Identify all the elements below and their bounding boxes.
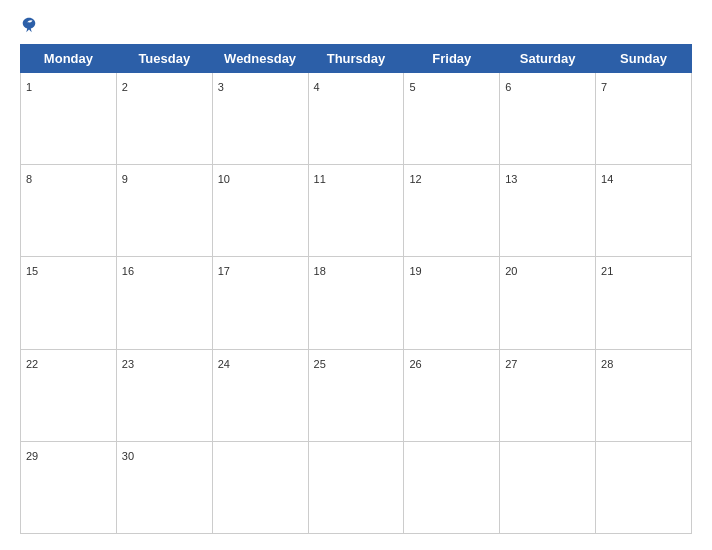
table-row: 15 <box>21 257 117 349</box>
day-number: 17 <box>218 265 230 277</box>
day-number: 27 <box>505 358 517 370</box>
table-row <box>212 441 308 533</box>
table-row: 13 <box>500 165 596 257</box>
day-number: 13 <box>505 173 517 185</box>
table-row: 30 <box>116 441 212 533</box>
table-row <box>404 441 500 533</box>
day-number: 18 <box>314 265 326 277</box>
table-row: 14 <box>596 165 692 257</box>
header <box>20 16 692 34</box>
table-row: 18 <box>308 257 404 349</box>
table-row: 25 <box>308 349 404 441</box>
table-row: 5 <box>404 73 500 165</box>
logo-blue <box>20 16 40 34</box>
table-row <box>500 441 596 533</box>
day-number: 10 <box>218 173 230 185</box>
week-row-4: 22232425262728 <box>21 349 692 441</box>
day-number: 20 <box>505 265 517 277</box>
table-row: 11 <box>308 165 404 257</box>
day-number: 4 <box>314 81 320 93</box>
calendar: MondayTuesdayWednesdayThursdayFridaySatu… <box>20 44 692 534</box>
day-number: 6 <box>505 81 511 93</box>
day-header-monday: Monday <box>21 45 117 73</box>
logo <box>20 16 40 34</box>
table-row: 8 <box>21 165 117 257</box>
table-row: 29 <box>21 441 117 533</box>
table-row: 20 <box>500 257 596 349</box>
table-row: 4 <box>308 73 404 165</box>
table-row: 12 <box>404 165 500 257</box>
day-number: 7 <box>601 81 607 93</box>
week-row-5: 2930 <box>21 441 692 533</box>
table-row: 10 <box>212 165 308 257</box>
day-number: 24 <box>218 358 230 370</box>
day-number: 26 <box>409 358 421 370</box>
day-number: 30 <box>122 450 134 462</box>
table-row: 27 <box>500 349 596 441</box>
day-number: 5 <box>409 81 415 93</box>
day-number: 1 <box>26 81 32 93</box>
week-row-2: 891011121314 <box>21 165 692 257</box>
table-row: 22 <box>21 349 117 441</box>
table-row: 23 <box>116 349 212 441</box>
day-number: 28 <box>601 358 613 370</box>
table-row: 26 <box>404 349 500 441</box>
day-header-saturday: Saturday <box>500 45 596 73</box>
table-row: 24 <box>212 349 308 441</box>
table-row <box>308 441 404 533</box>
day-number: 22 <box>26 358 38 370</box>
day-number: 11 <box>314 173 326 185</box>
day-number: 3 <box>218 81 224 93</box>
table-row: 28 <box>596 349 692 441</box>
day-number: 25 <box>314 358 326 370</box>
table-row: 9 <box>116 165 212 257</box>
table-row <box>596 441 692 533</box>
day-header-friday: Friday <box>404 45 500 73</box>
day-number: 8 <box>26 173 32 185</box>
days-header-row: MondayTuesdayWednesdayThursdayFridaySatu… <box>21 45 692 73</box>
day-number: 21 <box>601 265 613 277</box>
day-number: 9 <box>122 173 128 185</box>
day-header-sunday: Sunday <box>596 45 692 73</box>
day-number: 15 <box>26 265 38 277</box>
day-header-thursday: Thursday <box>308 45 404 73</box>
day-number: 19 <box>409 265 421 277</box>
table-row: 19 <box>404 257 500 349</box>
day-number: 29 <box>26 450 38 462</box>
week-row-1: 1234567 <box>21 73 692 165</box>
logo-bird-icon <box>20 16 38 34</box>
table-row: 17 <box>212 257 308 349</box>
day-number: 12 <box>409 173 421 185</box>
table-row: 16 <box>116 257 212 349</box>
table-row: 7 <box>596 73 692 165</box>
day-number: 16 <box>122 265 134 277</box>
day-number: 2 <box>122 81 128 93</box>
table-row: 6 <box>500 73 596 165</box>
day-number: 23 <box>122 358 134 370</box>
day-header-wednesday: Wednesday <box>212 45 308 73</box>
table-row: 3 <box>212 73 308 165</box>
table-row: 21 <box>596 257 692 349</box>
day-header-tuesday: Tuesday <box>116 45 212 73</box>
week-row-3: 15161718192021 <box>21 257 692 349</box>
day-number: 14 <box>601 173 613 185</box>
table-row: 2 <box>116 73 212 165</box>
table-row: 1 <box>21 73 117 165</box>
